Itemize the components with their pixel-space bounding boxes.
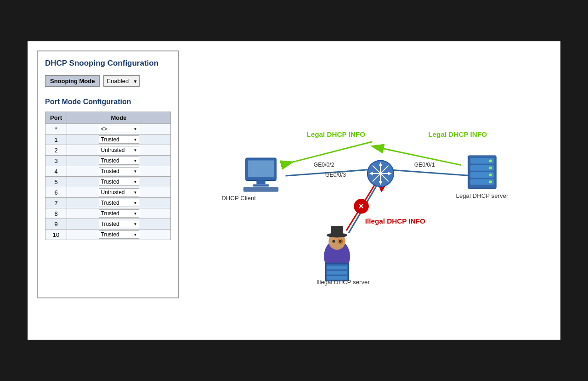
svg-point-31 [489,159,492,162]
port-number-8: 8 [45,208,67,219]
snooping-mode-select-wrapper: Enabled Disabled [103,75,140,87]
svg-text:✕: ✕ [358,202,364,210]
port-mode-cell-7: TrustedUntrusted▼ [67,198,171,208]
port-number-1: 1 [45,134,67,145]
svg-rect-43 [327,266,347,269]
port-mode-cell-4: TrustedUntrusted▼ [67,166,171,177]
port-mode-select-1[interactable]: TrustedUntrusted [99,135,139,144]
port-mode-cell-8: TrustedUntrusted▼ [67,208,171,219]
port-mode-select-8[interactable]: TrustedUntrusted [99,209,139,218]
port-number-4: 4 [45,166,67,177]
port-number-*: * [45,124,67,134]
ge002-label: GE0/0/2 [314,162,334,168]
illegal-dhcp-label: Illegal DHCP INFO [365,217,425,225]
svg-point-33 [489,174,492,176]
port-mode-select-7[interactable]: TrustedUntrusted [99,199,139,207]
port-number-6: 6 [45,187,67,198]
port-mode-select-5[interactable]: TrustedUntrusted [99,178,139,186]
left-panel: DHCP Snooping Configuration Snooping Mod… [37,50,179,298]
port-mode-cell-10: TrustedUntrusted▼ [67,230,171,240]
port-number-7: 7 [45,198,67,208]
port-mode-cell-6: TrustedUntrusted▼ [67,187,171,198]
svg-point-34 [489,180,492,183]
dhcp-client-label: DHCP Client [221,195,256,202]
port-mode-select-6[interactable]: TrustedUntrusted [99,188,139,196]
port-mode-select-2[interactable]: TrustedUntrusted [99,146,139,154]
svg-rect-13 [248,160,274,177]
svg-rect-14 [256,180,265,184]
svg-point-39 [332,240,335,243]
port-mode-cell-5: TrustedUntrusted▼ [67,177,171,187]
port-mode-cell-9: TrustedUntrusted▼ [67,219,171,230]
svg-rect-44 [327,271,347,275]
port-number-9: 9 [45,219,67,230]
network-diagram: Legal DHCP INFO Legal DHCP INFO GE0/0/2 … [193,50,551,298]
port-mode-select-10[interactable]: TrustedUntrusted [99,230,139,239]
port-number-5: 5 [45,177,67,187]
col-port: Port [45,112,67,124]
port-mode-title: Port Mode Configuration [45,98,171,106]
port-number-3: 3 [45,156,67,166]
panel-title: DHCP Snooping Configuration [45,59,171,68]
legal-server-icon [468,156,496,188]
ge003-label: GE0/0/3 [325,172,346,178]
legal-server-label: Legal DHCP server [456,192,509,199]
port-mode-cell-*: <>TrustedUntrusted▼ [67,124,171,134]
illegal-server-icon [324,226,350,281]
snooping-mode-select[interactable]: Enabled Disabled [103,75,140,87]
port-mode-select-3[interactable]: TrustedUntrusted [99,157,139,165]
svg-line-7 [389,170,473,176]
dhcp-client-icon [243,158,278,191]
port-table: Port Mode *<>TrustedUntrusted▼1TrustedUn… [45,112,171,240]
legal-dhcp-left-label: Legal DHCP INFO [306,130,365,138]
snooping-mode-row: Snooping Mode Enabled Disabled [45,75,171,87]
port-mode-select-9[interactable]: TrustedUntrusted [99,220,139,228]
svg-rect-15 [253,184,269,186]
col-mode: Mode [67,112,171,124]
diagram-panel: Legal DHCP INFO Legal DHCP INFO GE0/0/2 … [193,50,551,298]
svg-point-32 [489,167,492,169]
ge001-label: GE0/0/1 [414,162,435,168]
port-mode-cell-3: TrustedUntrusted▼ [67,156,171,166]
port-mode-cell-1: TrustedUntrusted▼ [67,134,171,145]
svg-rect-16 [243,187,278,192]
snooping-mode-label: Snooping Mode [45,75,100,87]
illegal-server-label: Illegal DHCP server [317,279,370,286]
port-mode-select-4[interactable]: TrustedUntrusted [99,167,139,175]
port-mode-cell-2: TrustedUntrusted▼ [67,145,171,156]
svg-point-40 [339,240,342,243]
legal-dhcp-right-label: Legal DHCP INFO [428,130,487,138]
port-mode-select-*[interactable]: <>TrustedUntrusted [99,125,139,133]
switch-icon [368,160,394,186]
port-number-2: 2 [45,145,67,156]
port-number-10: 10 [45,230,67,240]
svg-rect-38 [331,226,343,235]
